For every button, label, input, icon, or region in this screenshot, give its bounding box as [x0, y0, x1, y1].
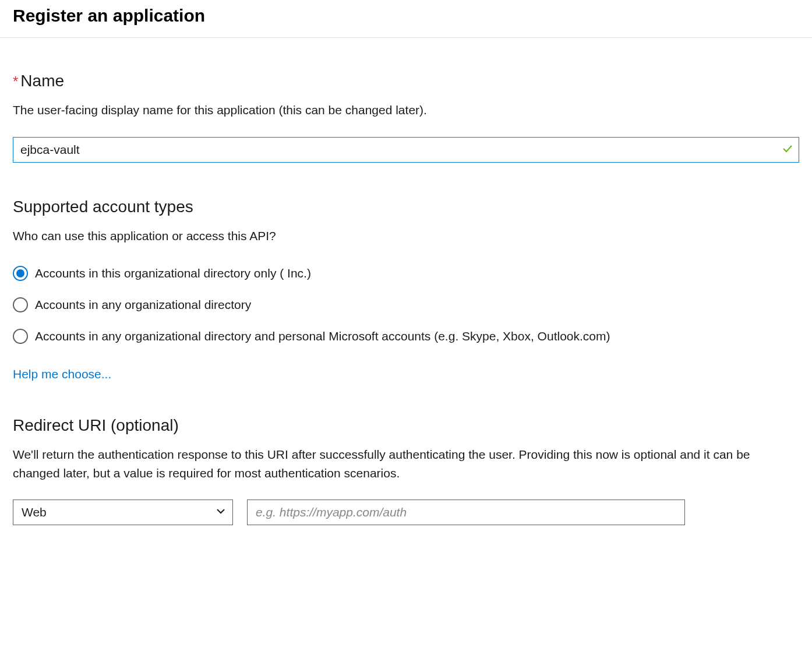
page-title: Register an application	[13, 6, 799, 26]
name-description: The user-facing display name for this ap…	[13, 101, 799, 119]
radio-icon	[13, 266, 28, 281]
account-types-section: Supported account types Who can use this…	[13, 198, 799, 382]
redirect-uri-title: Redirect URI (optional)	[13, 416, 799, 435]
radio-label: Accounts in any organizational directory	[35, 298, 251, 312]
account-types-radio-group: Accounts in this organizational director…	[13, 266, 799, 344]
radio-option-any-org-personal[interactable]: Accounts in any organizational directory…	[13, 329, 799, 344]
radio-icon	[13, 297, 28, 312]
name-label: Name	[20, 72, 64, 90]
help-me-choose-link[interactable]: Help me choose...	[13, 367, 111, 381]
radio-option-org-only[interactable]: Accounts in this organizational director…	[13, 266, 799, 281]
radio-option-any-org[interactable]: Accounts in any organizational directory	[13, 297, 799, 312]
name-section: * Name The user-facing display name for …	[13, 72, 799, 163]
required-asterisk: *	[13, 75, 18, 89]
redirect-uri-description: We'll return the authentication response…	[13, 445, 799, 482]
name-input[interactable]	[13, 137, 799, 163]
radio-label: Accounts in this organizational director…	[35, 266, 311, 280]
account-types-title: Supported account types	[13, 198, 799, 216]
checkmark-icon	[782, 143, 793, 157]
radio-icon	[13, 329, 28, 344]
chevron-down-icon	[215, 505, 227, 519]
select-value: Web	[22, 505, 47, 519]
account-types-description: Who can use this application or access t…	[13, 227, 799, 245]
redirect-type-select[interactable]: Web	[13, 500, 233, 525]
redirect-uri-section: Redirect URI (optional) We'll return the…	[13, 416, 799, 525]
radio-label: Accounts in any organizational directory…	[35, 329, 610, 343]
redirect-uri-input[interactable]	[247, 500, 685, 525]
